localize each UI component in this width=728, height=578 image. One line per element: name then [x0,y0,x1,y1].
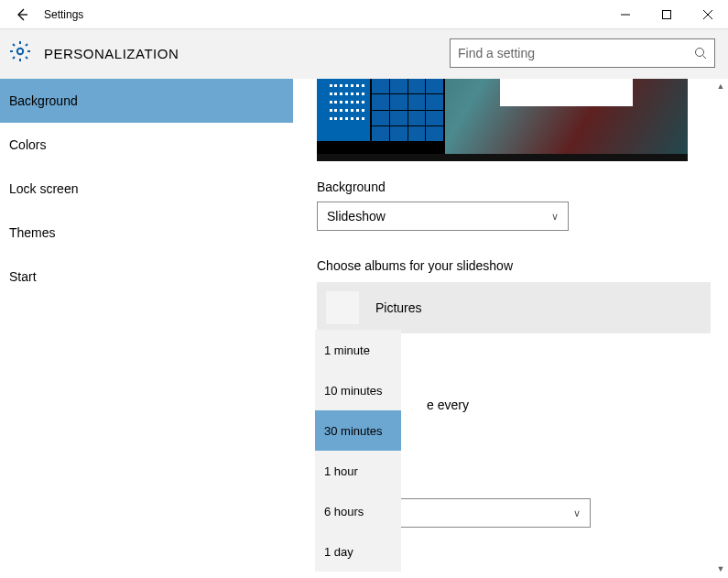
option-label: 6 hours [324,505,364,518]
search-input[interactable] [458,46,694,60]
option-label: 1 minute [324,344,370,357]
option-label: 30 minutes [324,424,383,438]
sidebar-item-lock-screen[interactable]: Lock screen [0,167,293,211]
sidebar: Background Colors Lock screen Themes Sta… [0,79,293,576]
album-row[interactable]: Pictures [317,282,711,333]
title-bar: Settings [0,0,728,29]
background-label: Background [317,180,728,194]
albums-label: Choose albums for your slideshow [317,258,728,273]
album-thumbnail [326,291,359,324]
scroll-down-button[interactable]: ▼ [713,562,728,576]
window-controls [604,0,728,29]
change-picture-label-fragment: e every [427,398,469,412]
interval-option-6-hours[interactable]: 6 hours [315,491,401,531]
background-combo-value: Slideshow [327,209,386,224]
option-label: 10 minutes [324,384,383,398]
svg-point-10 [696,49,704,57]
close-icon [703,10,712,19]
arrow-left-icon [15,7,29,22]
sidebar-item-themes[interactable]: Themes [0,211,293,255]
interval-option-1-day[interactable]: 1 day [315,531,401,572]
header-left: PERSONALIZATION [0,40,179,66]
sidebar-item-label: Colors [9,137,46,152]
interval-dropdown: 1 minute 10 minutes 30 minutes 1 hour 6 … [315,330,401,572]
sidebar-item-colors[interactable]: Colors [0,123,293,167]
svg-line-11 [703,56,707,60]
close-button[interactable] [687,0,728,29]
scroll-up-button[interactable]: ▲ [713,79,728,93]
interval-option-1-minute[interactable]: 1 minute [315,330,401,370]
main: Background Colors Lock screen Themes Sta… [0,79,728,576]
interval-option-10-minutes[interactable]: 10 minutes [315,370,401,410]
svg-line-7 [26,57,27,59]
gear-icon [9,40,31,66]
interval-option-1-hour[interactable]: 1 hour [315,451,401,491]
back-button[interactable] [0,0,44,29]
search-icon [694,47,707,60]
header-right [450,38,715,68]
background-combo[interactable]: Slideshow ∨ [317,202,569,231]
maximize-button[interactable] [646,0,687,29]
svg-line-9 [13,57,15,59]
sidebar-item-label: Lock screen [9,181,78,196]
search-box[interactable] [450,38,715,68]
chevron-down-icon: ∨ [551,211,559,223]
desktop-preview [317,79,688,161]
minimize-button[interactable] [604,0,646,29]
svg-line-6 [13,44,15,46]
sidebar-item-label: Themes [9,225,56,240]
header: PERSONALIZATION [0,29,728,79]
maximize-icon [662,10,671,19]
interval-option-30-minutes[interactable]: 30 minutes [315,410,401,451]
page-title: PERSONALIZATION [44,46,179,61]
album-name: Pictures [375,300,422,315]
svg-point-1 [17,49,23,54]
sidebar-item-label: Start [9,269,37,284]
svg-rect-0 [662,10,670,18]
chevron-down-icon: ∨ [573,507,581,519]
window-title: Settings [44,8,604,21]
sidebar-item-background[interactable]: Background [0,79,293,123]
minimize-icon [621,10,630,19]
sidebar-item-start[interactable]: Start [0,255,293,299]
sidebar-item-label: Background [9,93,78,108]
option-label: 1 hour [324,464,358,478]
option-label: 1 day [324,545,353,559]
svg-line-8 [26,44,27,46]
vertical-scrollbar[interactable]: ▲ ▼ [713,79,728,576]
